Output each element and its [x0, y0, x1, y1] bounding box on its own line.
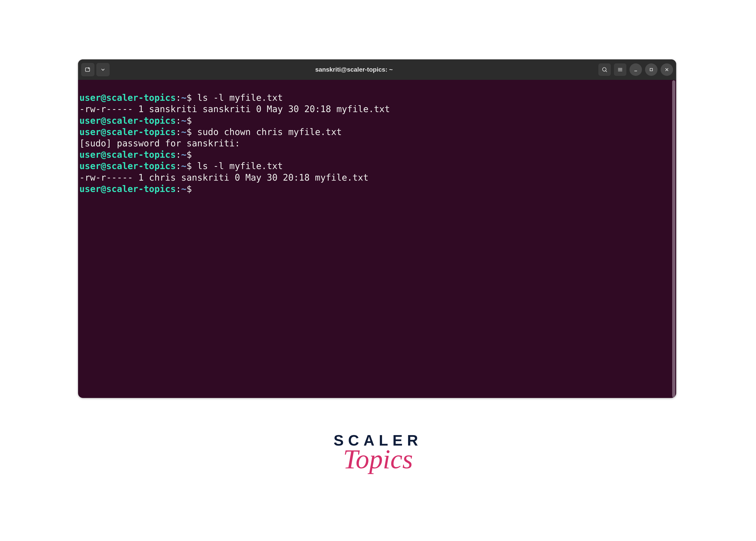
tab-menu-button[interactable] [96, 63, 110, 76]
prompt-user-host: user@scaler-topics [79, 116, 176, 126]
prompt-dollar: $ [186, 161, 192, 171]
prompt-colon: : [176, 127, 181, 137]
new-tab-icon [84, 66, 92, 73]
prompt-colon: : [176, 93, 181, 103]
command-text: sudo chown chris myfile.txt [192, 127, 342, 137]
scrollbar[interactable] [672, 80, 675, 397]
prompt-colon: : [176, 150, 181, 160]
prompt-colon: : [176, 184, 181, 194]
hamburger-menu-button[interactable] [614, 63, 627, 76]
svg-point-3 [603, 68, 606, 71]
titlebar: sanskriti@scaler-topics: ~ [78, 59, 676, 80]
close-icon [664, 67, 669, 72]
logo-line-2: Topics [0, 444, 756, 475]
hamburger-icon [617, 67, 623, 73]
prompt-dollar: $ [186, 116, 192, 126]
prompt-path: ~ [181, 93, 186, 103]
prompt-user-host: user@scaler-topics [79, 161, 176, 171]
svg-rect-9 [650, 69, 652, 71]
new-tab-button[interactable] [81, 63, 95, 76]
svg-line-4 [606, 71, 607, 72]
output-text: [sudo] password for sanskriti: [79, 138, 240, 148]
prompt-path: ~ [181, 116, 186, 126]
prompt-user-host: user@scaler-topics [79, 93, 176, 103]
close-button[interactable] [660, 63, 673, 76]
maximize-button[interactable] [645, 63, 657, 76]
minimize-icon [633, 67, 638, 72]
terminal-window: sanskriti@scaler-topics: ~ user@scaler-t… [78, 59, 676, 398]
prompt-path: ~ [181, 184, 186, 194]
brand-logo: SCALER Topics [0, 431, 756, 475]
titlebar-left-controls [81, 63, 110, 76]
prompt-user-host: user@scaler-topics [79, 150, 176, 160]
prompt-dollar: $ [186, 127, 192, 137]
maximize-icon [649, 67, 654, 72]
prompt-path: ~ [181, 127, 186, 137]
window-title: sanskriti@scaler-topics: ~ [110, 66, 598, 73]
search-button[interactable] [598, 63, 611, 76]
prompt-dollar: $ [186, 150, 192, 160]
command-text: ls -l myfile.txt [192, 161, 283, 171]
prompt-user-host: user@scaler-topics [79, 127, 176, 137]
output-text: -rw-r----- 1 chris sanskriti 0 May 30 20… [79, 173, 369, 183]
command-text: ls -l myfile.txt [192, 93, 283, 103]
prompt-colon: : [176, 116, 181, 126]
search-icon [602, 67, 608, 73]
prompt-colon: : [176, 161, 181, 171]
prompt-dollar: $ [186, 184, 192, 194]
prompt-path: ~ [181, 150, 186, 160]
output-text: -rw-r----- 1 sanskriti sanskriti 0 May 3… [79, 104, 390, 114]
prompt-user-host: user@scaler-topics [79, 184, 176, 194]
prompt-path: ~ [181, 161, 186, 171]
minimize-button[interactable] [630, 63, 642, 76]
prompt-dollar: $ [186, 93, 192, 103]
titlebar-right-controls [598, 63, 673, 76]
chevron-down-icon [100, 67, 106, 73]
terminal-body[interactable]: user@scaler-topics:~$ ls -l myfile.txt -… [78, 80, 676, 398]
